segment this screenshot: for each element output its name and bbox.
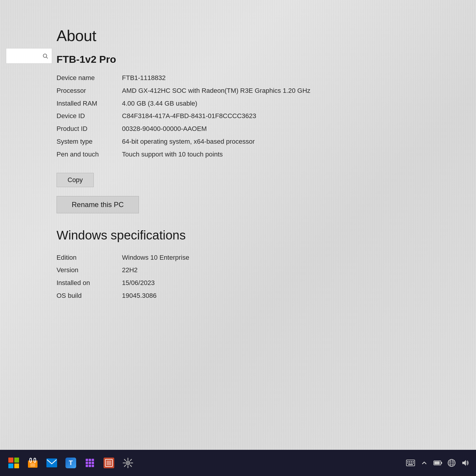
search-icon xyxy=(42,53,48,59)
field-label-pen-touch: Pen and touch xyxy=(57,150,122,159)
svg-line-20 xyxy=(124,465,126,466)
volume-icon xyxy=(461,459,469,467)
svg-rect-28 xyxy=(411,463,412,464)
network-icon-button[interactable] xyxy=(446,457,458,469)
svg-rect-25 xyxy=(413,461,414,462)
table-row: Installed RAM 4.00 GB (3.44 GB usable) xyxy=(57,97,458,110)
taskbar-left: T xyxy=(5,454,405,472)
field-label-installed-on: Installed on xyxy=(57,278,122,288)
office-lens-icon xyxy=(104,458,114,468)
store-icon xyxy=(27,458,38,468)
svg-rect-22 xyxy=(407,461,408,462)
search-box[interactable] xyxy=(6,48,52,64)
device-info-table: Device name FTB1-1118832 Processor AMD G… xyxy=(57,72,458,161)
system-tray xyxy=(405,457,471,469)
svg-rect-30 xyxy=(408,464,413,465)
svg-rect-27 xyxy=(409,463,410,464)
svg-rect-6 xyxy=(30,463,35,467)
mail-icon xyxy=(46,458,57,467)
field-value-version: 22H2 xyxy=(122,266,458,275)
settings-icon-button[interactable] xyxy=(119,454,137,472)
windows-logo xyxy=(8,458,19,468)
keyboard-icon xyxy=(406,458,415,467)
table-row: Device name FTB1-1118832 xyxy=(57,72,458,84)
page-title: About xyxy=(57,27,458,45)
table-row: Device ID C84F3184-417A-4FBD-8431-01F8CC… xyxy=(57,110,458,123)
svg-rect-23 xyxy=(409,461,410,462)
field-label-product-id: Product ID xyxy=(57,124,122,134)
store-icon-button[interactable] xyxy=(24,454,42,472)
globe-icon xyxy=(447,459,456,467)
svg-rect-33 xyxy=(434,461,440,464)
svg-line-1 xyxy=(46,57,48,59)
field-label-device-id: Device ID xyxy=(57,112,122,121)
field-label-processor: Processor xyxy=(57,86,122,95)
windows-spec-heading: Windows specifications xyxy=(57,228,458,242)
device-name-heading: FTB-1v2 Pro xyxy=(57,54,458,65)
copy-button[interactable]: Copy xyxy=(57,173,94,187)
field-label-version: Version xyxy=(57,266,122,275)
main-content: About FTB-1v2 Pro Device name FTB1-11188… xyxy=(57,18,458,446)
table-row: Product ID 00328-90400-00000-AAOEM xyxy=(57,123,458,135)
table-row: Edition Windows 10 Enterprise xyxy=(57,251,458,264)
start-button[interactable] xyxy=(5,454,23,472)
field-value-processor: AMD GX-412HC SOC with Radeon(TM) R3E Gra… xyxy=(122,86,458,95)
field-value-system-type: 64-bit operating system, x64-based proce… xyxy=(122,137,458,146)
field-value-os-build: 19045.3086 xyxy=(122,291,458,300)
table-row: Version 22H2 xyxy=(57,264,458,277)
grid-app-icon xyxy=(84,458,95,468)
taskbar: T xyxy=(0,450,476,476)
field-value-device-id: C84F3184-417A-4FBD-8431-01F8CCCC3623 xyxy=(122,112,458,121)
field-label-system-type: System type xyxy=(57,137,122,146)
svg-point-0 xyxy=(43,54,47,57)
mail-icon-button[interactable] xyxy=(43,454,61,472)
typora-icon-button[interactable]: T xyxy=(62,454,80,472)
office-lens-icon-button[interactable] xyxy=(100,454,118,472)
svg-marker-39 xyxy=(462,460,466,466)
svg-rect-26 xyxy=(407,463,408,464)
field-value-device-name: FTB1-1118832 xyxy=(122,73,458,83)
table-row: System type 64-bit operating system, x64… xyxy=(57,135,458,148)
field-label-ram: Installed RAM xyxy=(57,99,122,108)
field-label-device-name: Device name xyxy=(57,73,122,83)
table-row: OS build 19045.3086 xyxy=(57,289,458,302)
svg-line-18 xyxy=(130,465,131,466)
show-hidden-icons-button[interactable] xyxy=(418,457,430,469)
table-row: Pen and touch Touch support with 10 touc… xyxy=(57,148,458,161)
volume-icon-button[interactable] xyxy=(459,457,471,469)
svg-rect-24 xyxy=(411,461,412,462)
field-value-pen-touch: Touch support with 10 touch points xyxy=(122,150,458,159)
battery-icon xyxy=(433,460,442,466)
table-row: Processor AMD GX-412HC SOC with Radeon(T… xyxy=(57,84,458,97)
keyboard-layout-icon[interactable] xyxy=(405,457,416,469)
svg-rect-29 xyxy=(413,463,414,464)
svg-rect-7 xyxy=(46,458,57,467)
settings-gear-icon xyxy=(123,458,133,468)
grid-app-icon-button[interactable] xyxy=(81,454,99,472)
chevron-up-icon xyxy=(422,460,427,466)
table-row: Installed on 15/06/2023 xyxy=(57,277,458,289)
field-label-edition: Edition xyxy=(57,253,122,262)
svg-rect-10 xyxy=(107,461,111,465)
field-value-installed-on: 15/06/2023 xyxy=(122,278,458,288)
windows-info-table: Edition Windows 10 Enterprise Version 22… xyxy=(57,251,458,302)
field-label-os-build: OS build xyxy=(57,291,122,300)
field-value-edition: Windows 10 Enterprise xyxy=(122,253,458,262)
svg-rect-32 xyxy=(441,462,442,464)
battery-icon-button[interactable] xyxy=(432,457,444,469)
typora-icon: T xyxy=(65,458,76,468)
field-value-product-id: 00328-90400-00000-AAOEM xyxy=(122,124,458,134)
svg-point-12 xyxy=(127,462,129,464)
svg-line-19 xyxy=(130,459,131,461)
field-value-ram: 4.00 GB (3.44 GB usable) xyxy=(122,99,458,108)
rename-pc-button[interactable]: Rename this PC xyxy=(57,196,139,213)
svg-line-17 xyxy=(124,459,126,461)
